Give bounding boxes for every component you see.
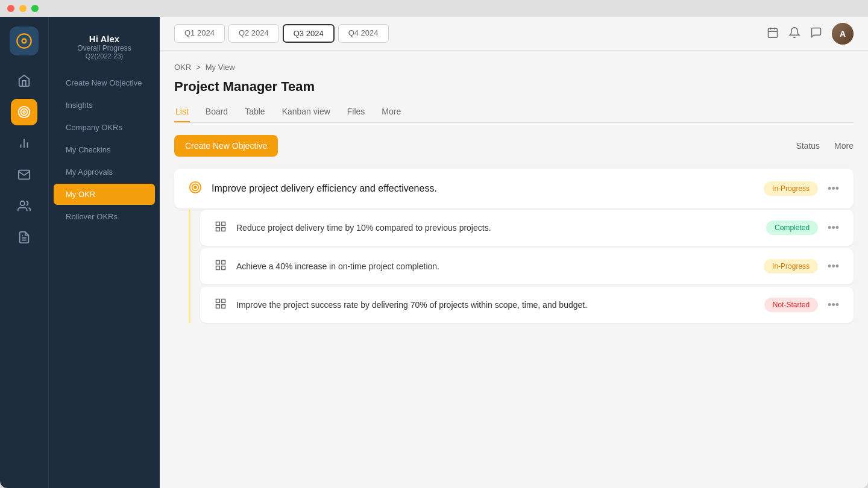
app-logo[interactable]: [10, 27, 39, 55]
top-bar: Q1 2024 Q2 2024 Q3 2024 Q4 2024: [160, 17, 868, 51]
kr-card-2: Achieve a 40% increase in on-time projec…: [200, 248, 854, 284]
top-bar-icons: A: [767, 23, 854, 45]
breadcrumb-okr[interactable]: OKR: [174, 63, 191, 72]
svg-rect-26: [216, 299, 220, 303]
svg-rect-18: [216, 222, 220, 226]
kr-text-1: Reduce project delivery time by 10% comp…: [236, 223, 756, 233]
content-area: OKR > My View Project Manager Team List …: [160, 51, 868, 488]
notification-icon[interactable]: [788, 27, 800, 41]
breadcrumb-separator: >: [196, 63, 201, 72]
view-tabs: List Board Table Kanban view Files More: [174, 102, 854, 123]
svg-rect-21: [216, 228, 220, 231]
objective-status-badge: In-Progress: [764, 181, 818, 196]
kr-status-badge-3: Not-Started: [764, 298, 818, 312]
breadcrumb: OKR > My View: [174, 63, 854, 72]
svg-rect-25: [216, 266, 220, 270]
nav-item-create-objective[interactable]: Create New Objective: [54, 72, 155, 93]
nav-item-company-okrs[interactable]: Company OKRs: [54, 117, 155, 138]
more-label[interactable]: More: [834, 141, 854, 151]
nav-sidebar: Hi Alex Overall Progress Q2(2022-23) Cre…: [48, 17, 160, 488]
svg-point-4: [23, 111, 25, 113]
sidebar-icon-reports[interactable]: [11, 224, 37, 251]
tab-table[interactable]: Table: [244, 102, 266, 122]
toolbar-right: Status More: [796, 141, 854, 151]
nav-item-my-checkins[interactable]: My Checkins: [54, 139, 155, 160]
objective-more-button[interactable]: •••: [828, 183, 839, 195]
toolbar: Create New Objective Status More: [174, 135, 854, 157]
user-greeting: Hi Alex: [58, 34, 150, 44]
svg-rect-11: [769, 28, 778, 37]
kr-text-3: Improve the project success rate by deli…: [236, 300, 755, 310]
svg-point-3: [21, 109, 28, 116]
kr-status-badge-2: In-Progress: [764, 259, 818, 274]
user-period: Q2(2022-23): [58, 52, 150, 60]
nav-item-my-approvals[interactable]: My Approvals: [54, 161, 155, 183]
quarter-tab-q4[interactable]: Q4 2024: [338, 24, 389, 43]
quarter-tab-q1[interactable]: Q1 2024: [174, 24, 225, 43]
breadcrumb-view[interactable]: My View: [206, 63, 235, 72]
tab-list[interactable]: List: [174, 102, 190, 122]
svg-rect-20: [222, 228, 225, 231]
user-avatar[interactable]: A: [832, 23, 854, 45]
key-results-container: Reduce project delivery time by 10% comp…: [189, 210, 854, 323]
kr-icon-2: [215, 259, 227, 274]
tab-board[interactable]: Board: [204, 102, 229, 122]
nav-item-my-okr[interactable]: My OKR: [54, 184, 155, 205]
quarter-tab-q2[interactable]: Q2 2024: [228, 24, 279, 43]
minimize-dot[interactable]: [19, 5, 27, 12]
create-objective-button[interactable]: Create New Objective: [174, 135, 278, 157]
svg-point-1: [22, 39, 27, 43]
nav-item-insights[interactable]: Insights: [54, 95, 155, 116]
kr-more-button-3[interactable]: •••: [828, 299, 839, 311]
svg-rect-22: [216, 261, 220, 264]
svg-point-8: [20, 201, 25, 205]
quarter-tab-q3[interactable]: Q3 2024: [283, 24, 335, 43]
svg-point-0: [17, 34, 31, 48]
tab-more[interactable]: More: [380, 102, 402, 122]
kr-icon-3: [215, 298, 227, 312]
close-dot[interactable]: [7, 5, 14, 12]
svg-rect-23: [222, 261, 225, 264]
svg-point-17: [194, 186, 197, 189]
title-bar: [0, 0, 868, 17]
sidebar-icon-team[interactable]: [11, 193, 37, 219]
maximize-dot[interactable]: [31, 5, 39, 12]
icon-sidebar: [0, 17, 48, 488]
sidebar-icon-home[interactable]: [11, 67, 37, 94]
svg-rect-19: [222, 222, 225, 226]
comments-icon[interactable]: [810, 27, 822, 41]
tab-kanban[interactable]: Kanban view: [281, 102, 332, 122]
sidebar-icon-okr[interactable]: [11, 99, 37, 125]
calendar-icon[interactable]: [767, 27, 779, 41]
kr-card-1: Reduce project delivery time by 10% comp…: [200, 210, 854, 246]
objective-card: Improve project delivery efficiency and …: [174, 169, 854, 208]
kr-more-button-1[interactable]: •••: [828, 222, 839, 234]
user-section: Hi Alex Overall Progress Q2(2022-23): [49, 27, 160, 72]
nav-item-rollover-okrs[interactable]: Rollover OKRs: [54, 206, 155, 227]
svg-rect-27: [222, 299, 225, 303]
objective-text: Improve project delivery efficiency and …: [212, 183, 754, 194]
kr-text-2: Achieve a 40% increase in on-time projec…: [236, 261, 754, 271]
quarter-tabs: Q1 2024 Q2 2024 Q3 2024 Q4 2024: [174, 24, 389, 43]
svg-rect-24: [222, 266, 225, 270]
svg-rect-29: [216, 305, 220, 308]
kr-card-3: Improve the project success rate by deli…: [200, 287, 854, 323]
objective-icon: [189, 181, 202, 196]
page-title: Project Manager Team: [174, 79, 854, 95]
status-label: Status: [796, 141, 820, 151]
user-progress-label: Overall Progress: [58, 44, 150, 52]
app-body: Hi Alex Overall Progress Q2(2022-23) Cre…: [0, 17, 868, 488]
kr-more-button-2[interactable]: •••: [828, 260, 839, 273]
main-content: Q1 2024 Q2 2024 Q3 2024 Q4 2024: [160, 17, 868, 488]
app-window: Hi Alex Overall Progress Q2(2022-23) Cre…: [0, 0, 868, 488]
sidebar-icon-analytics[interactable]: [11, 130, 37, 157]
kr-status-badge-1: Completed: [766, 221, 818, 235]
kr-icon-1: [215, 221, 227, 235]
tab-files[interactable]: Files: [346, 102, 366, 122]
svg-rect-28: [222, 305, 225, 308]
sidebar-icon-messages[interactable]: [11, 161, 37, 188]
